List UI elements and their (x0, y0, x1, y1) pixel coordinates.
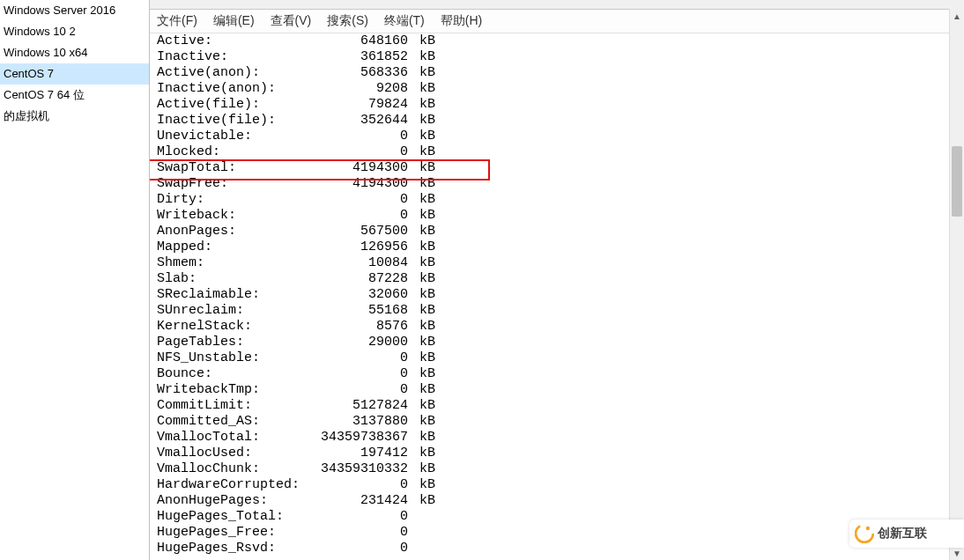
menu-item[interactable]: 查看(V) (271, 13, 312, 29)
vm-list-item[interactable]: 的虚拟机 (0, 106, 149, 127)
meminfo-label: NFS_Unstable: (157, 350, 302, 366)
vm-console-panel: 文件(F)编辑(E)查看(V)搜索(S)终端(T)帮助(H) Active:64… (150, 0, 964, 560)
meminfo-row: Shmem:10084 kB (157, 255, 957, 271)
meminfo-value: 4194300 (302, 160, 408, 176)
meminfo-unit: kB (412, 477, 435, 493)
meminfo-unit: kB (412, 176, 435, 192)
meminfo-row: Mapped:126956 kB (157, 239, 957, 255)
meminfo-value: 0 (302, 192, 408, 208)
meminfo-value: 79824 (302, 97, 408, 113)
meminfo-row: Mlocked:0 kB (157, 144, 957, 160)
meminfo-label: Inactive(file): (157, 113, 302, 129)
meminfo-row: HugePages_Total:0 (157, 509, 957, 525)
vm-list: Windows Server 2016Windows 10 2Windows 1… (0, 0, 149, 127)
meminfo-label: WritebackTmp: (157, 382, 302, 398)
vm-sidebar: Windows Server 2016Windows 10 2Windows 1… (0, 0, 150, 560)
meminfo-unit: kB (412, 81, 435, 97)
meminfo-row: Inactive(file):352644 kB (157, 113, 957, 129)
meminfo-unit: kB (412, 97, 435, 113)
meminfo-value: 0 (302, 382, 408, 398)
meminfo-unit: kB (412, 319, 435, 335)
meminfo-row: Writeback:0 kB (157, 208, 957, 224)
meminfo-label: AnonPages: (157, 224, 302, 239)
vm-list-item[interactable]: CentOS 7 (0, 63, 149, 85)
menu-item[interactable]: 帮助(H) (441, 13, 482, 29)
menu-item[interactable]: 终端(T) (384, 13, 425, 29)
menu-item[interactable]: 编辑(E) (213, 13, 255, 29)
terminal-menu-bar: 文件(F)编辑(E)查看(V)搜索(S)终端(T)帮助(H) (150, 10, 964, 33)
meminfo-unit: kB (412, 113, 435, 129)
meminfo-row: SwapTotal:4194300 kB (157, 160, 957, 176)
meminfo-row: HardwareCorrupted:0 kB (157, 477, 957, 493)
vm-list-item[interactable]: Windows Server 2016 (0, 0, 149, 21)
meminfo-label: CommitLimit: (157, 398, 302, 414)
meminfo-row: VmallocChunk:34359310332 kB (157, 461, 957, 477)
meminfo-label: Mapped: (157, 239, 302, 255)
scroll-thumb[interactable] (952, 146, 962, 217)
meminfo-label: HugePages_Total: (157, 509, 302, 525)
watermark-icon (855, 524, 874, 543)
meminfo-row: Active(anon):568336 kB (157, 65, 957, 81)
meminfo-value: 9208 (302, 81, 408, 97)
meminfo-unit: kB (412, 160, 435, 176)
meminfo-unit: kB (412, 366, 435, 382)
meminfo-row: WritebackTmp:0 kB (157, 382, 957, 398)
meminfo-label: Committed_AS: (157, 414, 302, 430)
meminfo-row: Active(file):79824 kB (157, 97, 957, 113)
vm-list-item[interactable]: Windows 10 2 (0, 21, 149, 42)
meminfo-value: 231424 (302, 493, 408, 509)
meminfo-value: 34359738367 (302, 430, 408, 446)
meminfo-value: 0 (302, 350, 408, 366)
meminfo-value: 10084 (302, 255, 408, 271)
meminfo-unit: kB (412, 461, 435, 477)
meminfo-value: 87228 (302, 271, 408, 287)
meminfo-label: Active(anon): (157, 65, 302, 81)
meminfo-unit: kB (412, 49, 435, 65)
meminfo-value: 0 (302, 129, 408, 144)
meminfo-label: PageTables: (157, 335, 302, 350)
terminal-output[interactable]: Active:648160 kBInactive:361852 kBActive… (150, 33, 964, 560)
meminfo-row: Committed_AS:3137880 kB (157, 414, 957, 430)
meminfo-unit: kB (412, 382, 435, 398)
scroll-track[interactable] (950, 23, 964, 546)
meminfo-label: Dirty: (157, 192, 302, 208)
meminfo-label: VmallocTotal: (157, 430, 302, 446)
tab-strip (150, 0, 964, 10)
meminfo-row: AnonHugePages:231424 kB (157, 493, 957, 509)
meminfo-value: 648160 (302, 33, 408, 49)
vertical-scrollbar[interactable]: ▲ ▼ (949, 9, 964, 560)
meminfo-label: HugePages_Rsvd: (157, 541, 302, 556)
meminfo-unit: kB (412, 239, 435, 255)
meminfo-label: SwapTotal: (157, 160, 302, 176)
meminfo-row: KernelStack:8576 kB (157, 319, 957, 335)
meminfo-value: 3137880 (302, 414, 408, 430)
meminfo-unit: kB (412, 65, 435, 81)
meminfo-value: 32060 (302, 287, 408, 303)
meminfo-label: Active(file): (157, 97, 302, 113)
meminfo-value: 4194300 (302, 176, 408, 192)
meminfo-unit: kB (412, 446, 435, 461)
meminfo-row: SReclaimable:32060 kB (157, 287, 957, 303)
meminfo-unit: kB (412, 303, 435, 319)
meminfo-unit: kB (412, 398, 435, 414)
app-window: Windows Server 2016Windows 10 2Windows 1… (0, 0, 964, 560)
meminfo-unit: kB (412, 33, 435, 49)
meminfo-row: CommitLimit:5127824 kB (157, 398, 957, 414)
meminfo-unit: kB (412, 335, 435, 350)
meminfo-label: VmallocUsed: (157, 446, 302, 461)
meminfo-value: 0 (302, 144, 408, 160)
vm-list-item[interactable]: CentOS 7 64 位 (0, 85, 149, 106)
meminfo-value: 55168 (302, 303, 408, 319)
vm-list-item[interactable]: Windows 10 x64 (0, 42, 149, 63)
meminfo-value: 0 (302, 525, 408, 541)
meminfo-value: 352644 (302, 113, 408, 129)
menu-item[interactable]: 文件(F) (157, 13, 197, 29)
scroll-up-arrow-icon[interactable]: ▲ (950, 9, 964, 23)
menu-item[interactable]: 搜索(S) (327, 13, 368, 29)
meminfo-unit: kB (412, 129, 435, 144)
svg-point-0 (856, 525, 873, 542)
meminfo-label: KernelStack: (157, 319, 302, 335)
meminfo-value: 568336 (302, 65, 408, 81)
meminfo-row: VmallocUsed:197412 kB (157, 446, 957, 461)
scroll-down-arrow-icon[interactable]: ▼ (950, 546, 964, 560)
